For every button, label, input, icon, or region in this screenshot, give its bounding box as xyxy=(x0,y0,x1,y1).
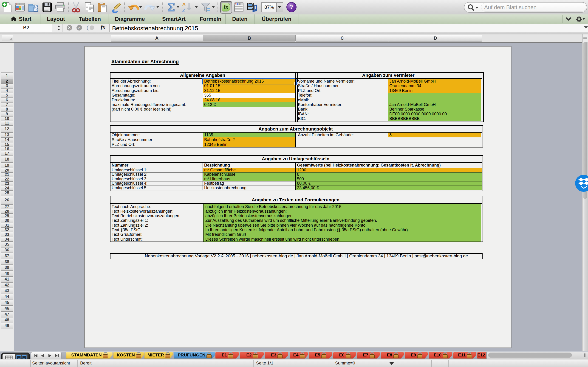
svg-text:?: ? xyxy=(290,3,293,10)
svg-text:Z: Z xyxy=(182,8,185,13)
svg-text:A: A xyxy=(182,2,186,7)
